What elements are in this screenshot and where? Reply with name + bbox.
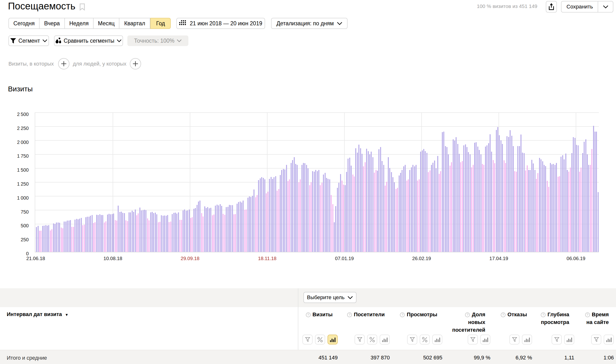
svg-text:2 500: 2 500 [17,112,29,117]
svg-text:21.06.18: 21.06.18 [26,256,45,261]
svg-text:750: 750 [21,209,29,215]
svg-text:10.08.18: 10.08.18 [104,256,122,261]
svg-text:0: 0 [26,251,29,256]
svg-text:1 000: 1 000 [17,195,29,201]
svg-text:1 250: 1 250 [17,181,29,187]
svg-text:250: 250 [21,237,29,242]
svg-text:1 500: 1 500 [17,167,29,173]
svg-text:06.06.19: 06.06.19 [567,256,585,261]
svg-text:2 250: 2 250 [17,126,29,131]
svg-text:500: 500 [21,223,29,228]
svg-text:2 000: 2 000 [17,140,29,145]
svg-text:29.09.18: 29.09.18 [181,256,200,261]
svg-text:18.11.18: 18.11.18 [258,256,276,261]
svg-text:26.02.19: 26.02.19 [412,256,431,261]
svg-text:17.04.19: 17.04.19 [489,256,508,261]
svg-text:07.01.19: 07.01.19 [335,256,354,261]
svg-text:1 750: 1 750 [17,153,29,159]
